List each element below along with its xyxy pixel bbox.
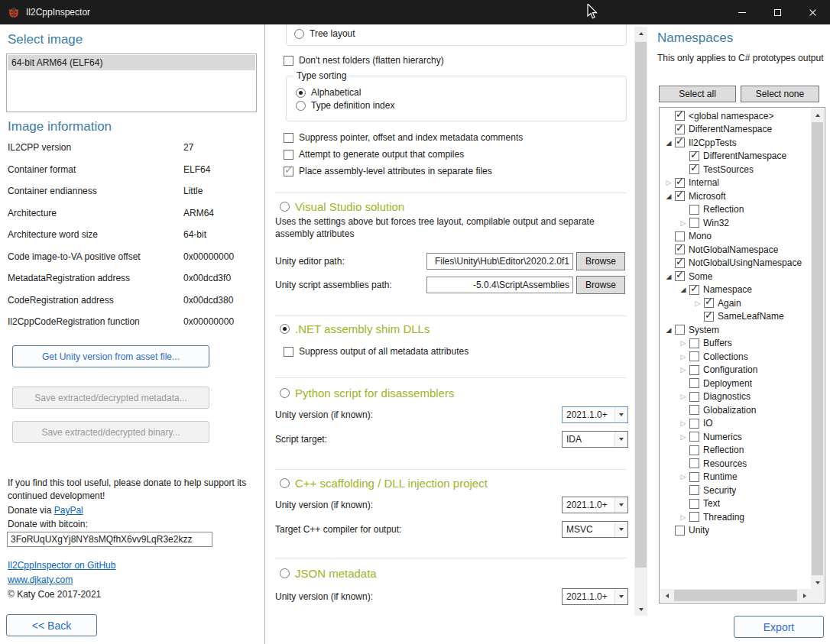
expander-icon[interactable]: ▷ [677,339,689,347]
tree-checkbox[interactable] [675,191,685,201]
tree-checkbox[interactable] [689,351,699,361]
tree-item[interactable]: ▷ Win32 [660,216,811,230]
tree-item[interactable]: ▷ Diagnostics [660,390,811,404]
tree-item[interactable]: DifferentNamespace [660,150,811,163]
tree-checkbox[interactable] [704,298,714,308]
checkbox-icon[interactable] [284,150,293,160]
expander-icon[interactable]: ▷ [692,299,704,307]
scrollbar-thumb[interactable] [635,42,647,568]
scroll-down-button[interactable] [634,603,647,616]
unity-editor-path-field[interactable]: Files\Unity\Hub\Editor\2020.2.0f1 [426,253,573,270]
tree-checkbox[interactable] [675,244,685,254]
flatten-checkbox[interactable]: Don't nest folders (flatten hierarchy) [284,55,444,66]
tree-checkbox[interactable] [675,325,685,335]
tree-checkbox[interactable] [675,526,685,536]
tree-item[interactable]: SameLeafName [660,310,811,324]
export-button[interactable]: Export [734,616,824,638]
options-scrollbar[interactable] [634,27,647,616]
tree-checkbox[interactable] [689,485,699,495]
tree-item[interactable]: Security [660,484,811,497]
maximize-button[interactable] [760,0,795,24]
checkbox-icon[interactable] [284,167,293,176]
tree-checkbox[interactable] [689,365,699,375]
python-unity-version-select[interactable]: 2021.1.0+ [562,406,628,423]
tree-item[interactable]: Globalization [660,403,811,417]
tree-item[interactable]: ◢ Microsoft [660,189,811,203]
scrollbar-thumb[interactable] [812,122,823,575]
browse-editor-path-button[interactable]: Browse [576,252,625,270]
suppress-attributes-checkbox[interactable]: Suppress output of all metadata attribut… [284,346,468,357]
dropdown-arrow-icon[interactable] [614,432,627,447]
tree-item[interactable]: TestSources [660,163,811,176]
website-link[interactable]: www.djkaty.com [8,574,73,585]
tree-item[interactable]: Deployment [660,377,811,390]
scroll-down-button[interactable] [811,576,824,589]
image-listbox[interactable]: 64-bit ARM64 (ELF64) [6,53,257,112]
radio-icon[interactable] [280,388,290,398]
tree-vertical-scrollbar[interactable] [811,108,824,589]
tree-item[interactable]: ▷ Again [660,296,811,310]
tree-checkbox[interactable] [675,231,685,241]
scroll-up-button[interactable] [811,108,824,121]
tree-item[interactable]: Reflection [660,444,811,458]
expander-icon[interactable]: ▷ [677,419,689,427]
paypal-link[interactable]: PayPal [54,505,83,516]
tree-checkbox[interactable] [675,125,685,134]
scrollbar-thumb[interactable] [674,590,797,601]
tree-item[interactable]: NotGlobalNamespace [660,243,811,257]
expander-icon[interactable]: ▷ [677,513,689,521]
expander-icon[interactable]: ◢ [677,286,689,293]
minimize-button[interactable] [725,0,760,24]
tree-checkbox[interactable] [689,285,699,295]
tree-layout-radio[interactable]: Tree layout [294,28,355,39]
dropdown-arrow-icon[interactable] [614,497,627,513]
tree-item[interactable]: ▷ Internal [660,176,811,190]
back-button[interactable]: << Back [6,614,97,636]
tree-item[interactable]: ▷ Runtime [660,471,811,484]
cpp-scaffolding-radio[interactable]: C++ scaffolding / DLL injection project [280,477,488,490]
tree-item[interactable]: ◢ Il2CppTests [660,136,811,150]
json-unity-version-select[interactable]: 2021.1.0+ [562,588,628,605]
bitcoin-address-field[interactable]: 3FoRUqUXgYj8NY8sMQfhX6vv9LqR3e2kzz [7,532,212,547]
expander-icon[interactable]: ◢ [663,326,675,334]
save-metadata-button[interactable]: Save extracted/decrypted metadata... [12,387,209,409]
tree-item[interactable]: DifferentNamespace [660,123,811,137]
expander-icon[interactable]: ▷ [677,433,689,441]
expander-icon[interactable]: ▷ [677,353,689,361]
expander-icon[interactable]: ▷ [677,473,689,481]
tree-checkbox[interactable] [689,378,699,388]
radio-icon[interactable] [280,202,290,212]
tree-item[interactable]: <global namespace> [660,109,811,123]
expander-icon[interactable]: ▷ [663,179,675,186]
tree-item[interactable]: Text [660,497,811,511]
tree-item[interactable]: ▷ Threading [660,510,811,524]
tree-item[interactable]: Mono [660,230,811,244]
tree-checkbox[interactable] [675,258,685,268]
radio-icon[interactable] [280,478,290,488]
tree-checkbox[interactable] [689,419,699,429]
tree-checkbox[interactable] [689,164,699,174]
cpp-unity-version-select[interactable]: 2021.1.0+ [562,497,628,513]
dropdown-arrow-icon[interactable] [614,589,627,604]
tree-item[interactable]: ◢ System [660,323,811,337]
tree-checkbox[interactable] [689,151,699,161]
tree-checkbox[interactable] [689,458,699,468]
cpp-compiler-select[interactable]: MSVC [562,521,628,538]
radio-icon[interactable] [294,29,304,39]
tree-checkbox[interactable] [675,138,685,147]
expander-icon[interactable]: ◢ [663,193,675,200]
tree-checkbox[interactable] [675,271,685,281]
sort-alphabetical-radio[interactable]: Alphabetical [296,87,361,98]
tree-checkbox[interactable] [689,338,699,348]
json-metadata-radio[interactable]: JSON metadata [280,567,377,580]
tree-item[interactable]: ◢ Namespace [660,283,811,297]
github-link[interactable]: Il2CppInspector on GitHub [8,560,115,571]
tree-checkbox[interactable] [689,405,699,415]
tree-checkbox[interactable] [689,392,699,402]
radio-icon[interactable] [296,101,306,111]
tree-item[interactable]: Resources [660,457,811,471]
tree-item[interactable]: NotGlobalUsingNamespace [660,257,811,270]
unity-script-assemblies-field[interactable]: -5.0.4\ScriptAssemblies [426,277,573,293]
scroll-up-button[interactable] [634,27,647,40]
tree-checkbox[interactable] [689,472,699,482]
